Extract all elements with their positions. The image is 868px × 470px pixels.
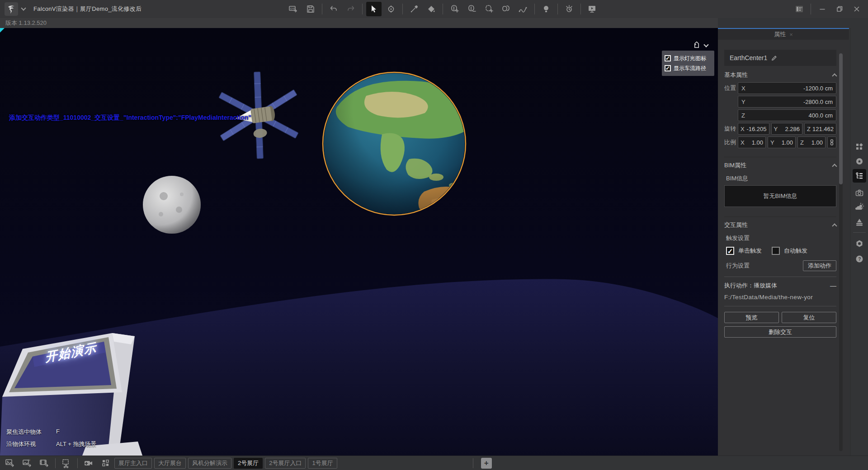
paint-bucket-tool-button[interactable]: [424, 2, 439, 16]
path-tool-button[interactable]: [515, 2, 531, 16]
outliner-button[interactable]: [853, 169, 866, 183]
app-logo-icon: [5, 2, 18, 16]
hint-action: 沿物体环视: [6, 440, 56, 448]
foliage-add-button[interactable]: [447, 2, 462, 16]
scale-y-field[interactable]: Y1.00: [768, 136, 796, 148]
view-tab-hall2[interactable]: 2号展厅: [234, 458, 263, 469]
screenshot-camera-button[interactable]: [853, 186, 866, 200]
checkbox-checked-icon[interactable]: ✓: [665, 65, 671, 71]
select-tool-button[interactable]: [366, 2, 382, 16]
add-action-button[interactable]: 添加动作: [803, 260, 836, 271]
section-bim-header[interactable]: BIM属性: [724, 160, 836, 171]
toolbar-divider: [77, 458, 78, 468]
auto-trigger-label: 自动触发: [784, 247, 807, 255]
moon-object[interactable]: [143, 176, 201, 234]
eyedropper-tool-button[interactable]: [406, 2, 422, 16]
svg-text:?: ?: [858, 257, 861, 262]
light-tool-button[interactable]: [538, 2, 554, 16]
undo-button[interactable]: [326, 2, 341, 16]
save-button[interactable]: [303, 2, 318, 16]
section-title: 交互属性: [724, 221, 748, 229]
delete-interaction-button[interactable]: 删除交互: [724, 326, 836, 338]
show-traffic-paths-option[interactable]: ✓ 显示车流路径: [665, 63, 712, 73]
settings-button[interactable]: [853, 237, 866, 250]
export-image-button[interactable]: [3, 457, 17, 470]
close-button[interactable]: [849, 2, 864, 16]
window-controls: [791, 0, 865, 18]
toolbar-divider: [473, 458, 473, 468]
redo-button[interactable]: [343, 2, 359, 16]
reset-button[interactable]: 复位: [782, 312, 836, 323]
viewport-3d[interactable]: 添加交互动作类型_11010002_交互设置_"InteractionType"…: [0, 28, 718, 456]
earth-object[interactable]: [323, 72, 477, 221]
view-tab-hall1[interactable]: 1号展厅: [308, 458, 337, 469]
export-image-ai-button[interactable]: AI: [20, 457, 34, 470]
rotation-x-field[interactable]: X-16.205: [738, 123, 769, 135]
scale-z-field[interactable]: Z1.00: [797, 136, 826, 148]
rotation-y-field[interactable]: Y2.286: [771, 123, 803, 135]
preview-button[interactable]: 预览: [724, 312, 779, 323]
presentation-button[interactable]: [585, 2, 600, 16]
auto-trigger-checkbox[interactable]: [772, 247, 780, 255]
collapse-icon[interactable]: [832, 164, 837, 169]
close-icon[interactable]: ×: [789, 31, 793, 38]
app-menu[interactable]: [5, 2, 25, 16]
pencil-edit-icon[interactable]: [771, 55, 778, 61]
collapse-icon[interactable]: [832, 73, 837, 78]
scale-link-toggle[interactable]: [827, 136, 836, 148]
view-tab-hall2-entrance[interactable]: 2号展厅入口: [265, 458, 306, 469]
assets-library-button[interactable]: [853, 140, 866, 154]
minimize-button[interactable]: [815, 2, 830, 16]
titlebar: FalconV渲染器｜展厅Demo_流化修改后 EXE: [0, 0, 868, 18]
time-of-day-button[interactable]: [561, 2, 577, 16]
add-camera-button[interactable]: [81, 457, 96, 470]
environment-sphere-button[interactable]: [853, 155, 866, 168]
section-interaction-header[interactable]: 交互属性: [724, 220, 836, 230]
position-row-z: Z 400.0 cm: [724, 109, 836, 121]
panel-scrollbar[interactable]: [839, 53, 843, 451]
click-trigger-label: 单击触发: [738, 247, 762, 255]
collapse-icon[interactable]: [832, 223, 837, 228]
export-video-button[interactable]: [37, 457, 52, 470]
interaction-debug-text: 添加交互动作类型_11010002_交互设置_"InteractionType"…: [9, 114, 251, 122]
view-tab-hall-entrance[interactable]: 展厅主入口: [114, 458, 152, 469]
axis-value: -2800.0 cm: [747, 99, 833, 105]
crop-capture-button[interactable]: [59, 457, 74, 470]
position-y-field[interactable]: Y -2800.0 cm: [738, 96, 836, 108]
foliage-remove-button[interactable]: [464, 2, 479, 16]
layout-panels-button[interactable]: [792, 2, 807, 16]
media-path-text: F:/TestData/Media/the-new-yor: [724, 294, 836, 301]
viewport-display-menu[interactable]: [693, 42, 708, 50]
foliage-paint-button[interactable]: [498, 2, 514, 16]
section-basic-header[interactable]: 基本属性: [724, 70, 836, 80]
toolbar-divider: [811, 4, 811, 14]
weather-button[interactable]: [853, 201, 866, 214]
scale-x-field[interactable]: X1.00: [738, 136, 766, 148]
view-blocks-button[interactable]: [99, 457, 113, 470]
add-view-button[interactable]: +: [481, 458, 492, 469]
properties-panel: 属性 × EarthCenter1 基本属性 位置 X -1200.0 cm: [718, 28, 849, 456]
foliage-select-add-button[interactable]: [481, 2, 496, 16]
orbit-tool-button[interactable]: [383, 2, 399, 16]
properties-tab[interactable]: 属性 ×: [718, 28, 849, 40]
axis-value: 400.0 cm: [747, 112, 833, 119]
position-x-field[interactable]: X -1200.0 cm: [738, 82, 836, 94]
terrain-button[interactable]: [853, 215, 866, 229]
click-trigger-checkbox[interactable]: ✓: [726, 247, 734, 255]
view-tab-lobby-stage[interactable]: 大厅展台: [154, 458, 186, 469]
version-label: 版本 1.13.2.520: [0, 18, 718, 28]
show-light-icons-option[interactable]: ✓ 显示灯光图标: [665, 53, 712, 63]
toolbar-divider: [580, 4, 581, 14]
help-button[interactable]: ?: [853, 252, 866, 266]
toolbar-divider: [534, 4, 535, 14]
view-tab-turbine-demo[interactable]: 风机分解演示: [188, 458, 231, 469]
position-z-field[interactable]: Z 400.0 cm: [738, 109, 836, 121]
remove-action-icon[interactable]: —: [830, 282, 836, 289]
restore-button[interactable]: [832, 2, 847, 16]
rotation-z-field[interactable]: Z121.462: [804, 123, 836, 135]
checkbox-checked-icon[interactable]: ✓: [665, 55, 671, 61]
export-exe-button[interactable]: EXE: [286, 2, 301, 16]
scene-render: [0, 28, 718, 456]
chevron-down-icon: [21, 5, 26, 10]
scrollbar-thumb[interactable]: [839, 53, 843, 184]
